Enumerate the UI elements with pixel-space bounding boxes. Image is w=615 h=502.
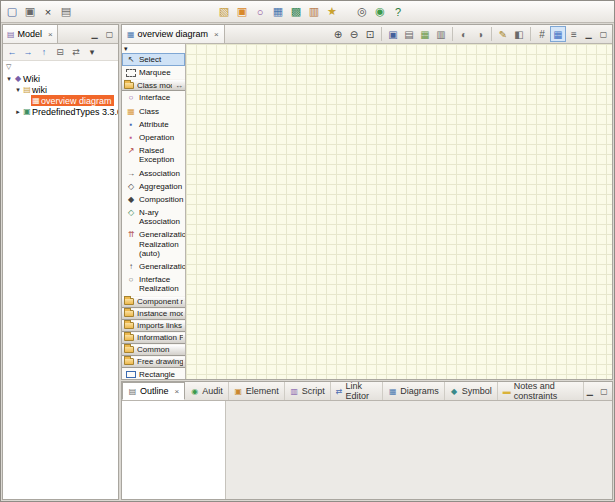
tab-element[interactable]: ▣Element bbox=[229, 382, 285, 400]
tab-diagrams[interactable]: ▦Diagrams bbox=[383, 382, 445, 400]
toolbar-group: ▢▣×▤ bbox=[3, 3, 75, 21]
folder-icon bbox=[124, 82, 134, 89]
twisty-expanded-icon[interactable]: ▾ bbox=[5, 75, 13, 83]
maximize-icon[interactable]: ▢ bbox=[103, 28, 116, 41]
tree-item-label: overview diagram bbox=[41, 96, 112, 106]
tab-link-editor[interactable]: ⇄Link Editor bbox=[331, 382, 383, 400]
minimize-icon[interactable]: ▁ bbox=[582, 28, 595, 41]
tab-label: Diagrams bbox=[400, 386, 439, 396]
close-icon[interactable]: × bbox=[175, 387, 180, 396]
page-setup-icon[interactable]: ▥ bbox=[433, 26, 449, 42]
palette-item-operation[interactable]: ▪Operation bbox=[122, 131, 185, 144]
search-icon[interactable]: ◎ bbox=[353, 3, 371, 21]
maximize-icon[interactable]: ▢ bbox=[598, 385, 610, 398]
export-image-icon[interactable]: ▦ bbox=[417, 26, 433, 42]
save-diagram-icon[interactable]: ▣ bbox=[385, 26, 401, 42]
close-icon[interactable]: × bbox=[48, 30, 53, 39]
palette-section-information-flo[interactable]: Information Flo... bbox=[122, 332, 185, 344]
pencil-icon[interactable]: ✎ bbox=[495, 26, 511, 42]
palette-tool-marquee[interactable]: Marquee bbox=[122, 66, 185, 79]
folder-icon bbox=[124, 358, 134, 365]
style-icon[interactable]: ◧ bbox=[511, 26, 527, 42]
unmask-icon[interactable]: ◐ bbox=[456, 26, 472, 42]
palette-section-component-mo[interactable]: Component mo... bbox=[122, 296, 185, 308]
create-diagram-icon[interactable]: ▦ bbox=[269, 3, 287, 21]
palette-section-common[interactable]: Common bbox=[122, 344, 185, 356]
palette-item-composition[interactable]: ◆Composition bbox=[122, 193, 185, 206]
zoom-out-icon[interactable]: ⊖ bbox=[346, 26, 362, 42]
palette-item-generalizatio-realization-auto[interactable]: ⇈Generalizatio... Realization (auto) bbox=[122, 228, 185, 260]
tab-overview-diagram[interactable]: ▦ overview diagram × bbox=[122, 25, 225, 43]
generalization-icon: ↑ bbox=[126, 262, 136, 271]
outline-content[interactable] bbox=[122, 401, 226, 499]
palette-item-aggregation[interactable]: ◇Aggregation bbox=[122, 180, 185, 193]
palette-item-attribute[interactable]: ▪Attribute bbox=[122, 118, 185, 131]
collapse-all-icon[interactable]: ⊟ bbox=[52, 45, 68, 60]
palette-item-association[interactable]: →Association bbox=[122, 167, 185, 180]
palette-item-rectangle[interactable]: Rectangle bbox=[122, 368, 185, 379]
palette-item-class[interactable]: ▦Class bbox=[122, 105, 185, 118]
palette-section-free-drawing[interactable]: Free drawing bbox=[122, 356, 185, 368]
tab-outline[interactable]: ▤Outline× bbox=[122, 382, 185, 400]
diagram-canvas[interactable] bbox=[186, 44, 612, 379]
filter-dropdown-icon[interactable]: ▽ bbox=[6, 63, 11, 71]
mask-icon[interactable]: ◑ bbox=[472, 26, 488, 42]
create-class-icon[interactable]: ▣ bbox=[233, 3, 251, 21]
palette-section-instance-model[interactable]: Instance model bbox=[122, 308, 185, 320]
print-diagram-icon[interactable]: ▤ bbox=[401, 26, 417, 42]
tab-audit[interactable]: ◉Audit bbox=[185, 382, 229, 400]
create-package-icon[interactable]: ▧ bbox=[215, 3, 233, 21]
main-toolbar: ▢▣×▤▧▣○▦▩▥★◎◉? bbox=[1, 1, 614, 23]
tab-label: Notes and constraints bbox=[514, 381, 578, 401]
save-icon[interactable]: ▣ bbox=[21, 3, 39, 21]
twisty-collapsed-icon[interactable]: ▸ bbox=[14, 108, 22, 116]
tree-item-predefinedtypes-3-3-00[interactable]: ▸▣PredefinedTypes 3.3.00 bbox=[3, 106, 118, 117]
twisty-expanded-icon[interactable]: ▾ bbox=[14, 86, 22, 94]
zoom-in-icon[interactable]: ⊕ bbox=[330, 26, 346, 42]
show-grid-icon[interactable]: # bbox=[534, 26, 550, 42]
tab-label: overview diagram bbox=[138, 29, 209, 39]
create-document-icon[interactable]: ▥ bbox=[305, 3, 323, 21]
tab-symbol[interactable]: ◆Symbol bbox=[445, 382, 498, 400]
tree-item-overview-diagram[interactable]: ▦overview diagram bbox=[3, 95, 118, 106]
close-icon[interactable]: × bbox=[214, 30, 219, 39]
tab-notes-and-constraints[interactable]: ▬Notes and constraints bbox=[498, 382, 584, 400]
outline-icon: ▤ bbox=[128, 387, 137, 396]
palette-item-raised-exception[interactable]: ↗Raised Exception bbox=[122, 144, 185, 166]
snap-to-grid-icon[interactable]: ▦ bbox=[550, 26, 566, 42]
minimize-icon[interactable]: ▁ bbox=[88, 28, 101, 41]
view-menu-icon[interactable]: ▾ bbox=[84, 45, 100, 60]
palette-tool-select[interactable]: ↖Select bbox=[122, 53, 185, 66]
palette-section-imports-links[interactable]: Imports links bbox=[122, 320, 185, 332]
palette-item-interface[interactable]: ○Interface bbox=[122, 91, 185, 104]
tree-item-wiki[interactable]: ▾▤wiki bbox=[3, 84, 118, 95]
tree-item-body: ▦overview diagram bbox=[31, 95, 114, 106]
link-with-editor-icon[interactable]: ⇄ bbox=[68, 45, 84, 60]
nav-forward-icon[interactable]: → bbox=[20, 45, 36, 60]
create-matrix-icon[interactable]: ▩ bbox=[287, 3, 305, 21]
print-icon[interactable]: ▤ bbox=[57, 3, 75, 21]
nav-up-icon[interactable]: ↑ bbox=[36, 45, 52, 60]
delete-icon[interactable]: × bbox=[39, 3, 57, 21]
zoom-fit-icon[interactable]: ⊡ bbox=[362, 26, 378, 42]
minimize-icon[interactable]: ▁ bbox=[584, 385, 596, 398]
palette-collapse-icon[interactable]: ▾ bbox=[124, 45, 128, 53]
nav-back-icon[interactable]: ← bbox=[4, 45, 20, 60]
new-model-icon[interactable]: ▢ bbox=[3, 3, 21, 21]
align-icon[interactable]: ≡ bbox=[566, 26, 582, 42]
audit-check-icon[interactable]: ◉ bbox=[371, 3, 389, 21]
script-icon: ▥ bbox=[290, 387, 299, 396]
help-icon[interactable]: ? bbox=[389, 3, 407, 21]
maximize-icon[interactable]: ▢ bbox=[597, 28, 610, 41]
wizard-icon[interactable]: ★ bbox=[323, 3, 341, 21]
tree-item-wiki[interactable]: ▾◆Wiki bbox=[3, 73, 118, 84]
palette-section-class-model[interactable]: Class model↔ bbox=[122, 79, 185, 91]
create-interface-icon[interactable]: ○ bbox=[251, 3, 269, 21]
palette-item-n-ary-association[interactable]: ◇N-ary Association bbox=[122, 206, 185, 228]
palette-item-interface-realization[interactable]: ○Interface Realization bbox=[122, 273, 185, 295]
tab-script[interactable]: ▥Script bbox=[285, 382, 331, 400]
tab-model[interactable]: ▤ Model × bbox=[3, 25, 58, 43]
palette-item-generalization[interactable]: ↑Generalization bbox=[122, 260, 185, 273]
model-tabrow: ▤ Model × ▁ ▢ bbox=[3, 25, 118, 44]
palette-scroll-icon[interactable]: ↔ bbox=[175, 81, 183, 90]
